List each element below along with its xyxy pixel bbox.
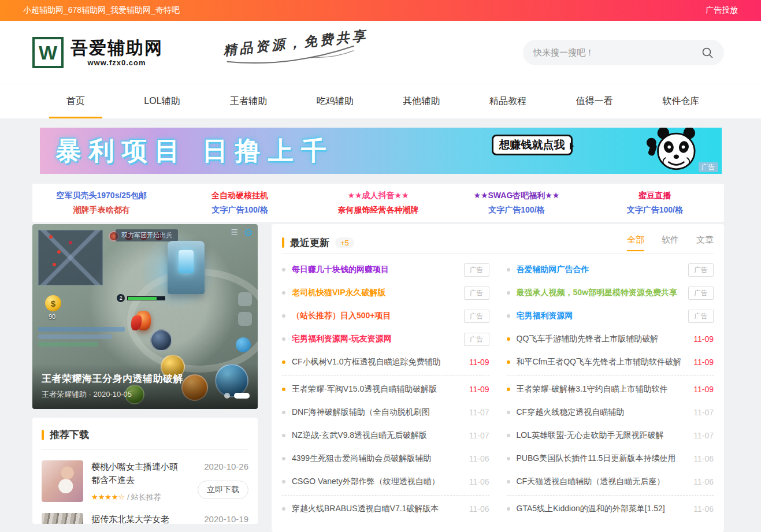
nav-item-3[interactable]: 吃鸡辅助 [292,84,378,118]
updates-tabs: 全部软件文章 [627,235,714,251]
update-post-item[interactable]: CF小枫树V1.0方框透视自瞄追踪免费辅助11-09 [282,351,489,374]
bullet-icon [507,337,510,341]
update-item-date: 11-09 [693,334,714,344]
nav-item-5[interactable]: 精品教程 [465,84,551,118]
ad-badge: 广告 [688,263,714,277]
update-ad-item[interactable]: 吾爱辅助网广告合作广告 [507,258,714,281]
dashed-divider [507,375,714,376]
update-ad-item[interactable]: 每日赚几十块钱的网赚项目广告 [282,258,489,281]
update-post-item[interactable]: LOL英雄联盟-无心走砍助手无限视距破解11-07 [507,424,714,447]
nav-item-6[interactable]: 值得一看 [551,84,638,118]
update-post-item[interactable]: 王者荣耀-破解椿3.1守约自瞄上市辅助软件11-09 [507,378,714,401]
gold-amount: 90 [49,313,55,320]
ad-badge: 广告 [688,310,714,323]
text-ad-column-4: 蜜豆直播文字广告100/格 [586,188,724,217]
banner-speech-bubble: 想赚钱就点我 [492,135,573,155]
tab-2[interactable]: 文章 [696,235,714,251]
text-ad-column-3: ★★SWAG杏吧福利★★文字广告100/格 [447,188,585,217]
carousel-slide[interactable]: 双方军团开始出兵 2 $ 90 ⚙ ☰ 王者荣耀海王分身内透辅助破解 王者荣耀辅… [32,224,258,409]
game-wave-level: 2 [117,294,125,302]
search-box[interactable] [523,40,724,65]
update-item-date: 11-09 [693,385,714,394]
bullet-icon [282,480,285,483]
update-item-date: 11-06 [693,477,714,486]
topbar-friend-links[interactable]: 小超辅助网_678辅助网_我爱辅助网_奇特吧 [23,5,180,16]
update-post-item[interactable]: CSGO Vanety外部作弊（纹理透视自瞄）11-06 [282,470,489,493]
main-nav-inner: 首页LOL辅助王者辅助吃鸡辅助其他辅助精品教程值得一看软件仓库 [32,84,724,118]
update-item-title: CSGO Vanety外部作弊（纹理透视自瞄） [292,477,463,487]
header: W 吾爱辅助网 www.fzx0.com 精品资源，免费共享 [0,21,761,84]
text-ad-link[interactable]: 潮牌手表啥都有 [32,203,170,217]
recall-button-icon [238,312,252,326]
nav-item-1[interactable]: LOL辅助 [119,84,206,118]
update-post-item[interactable]: QQ飞车手游辅助先锋者上市版辅助破解11-09 [507,328,714,351]
chat-bubble-icon [236,337,251,352]
nav-item-7[interactable]: 软件仓库 [637,84,724,118]
dashed-divider [282,375,489,376]
bullet-icon [507,434,510,437]
tab-0[interactable]: 全部 [627,235,644,251]
game-hp-bar [127,296,165,300]
update-item-title: 宅男福利资源网-玩友资源网 [292,334,458,344]
update-ad-item[interactable]: 宅男福利资源网广告 [507,304,714,328]
carousel-dot[interactable] [224,393,230,399]
update-post-item[interactable]: 4399生死狙击爱尚辅助会员破解版辅助11-06 [282,447,489,470]
text-ad-link[interactable]: 蜜豆直播 [586,188,724,203]
bullet-icon [282,507,285,511]
text-ad-link[interactable]: 全自动硬核挂机 [170,188,309,203]
text-ad-link[interactable]: 文字广告100/格 [170,203,309,217]
download-item-1[interactable]: 据传东北某大学女老师，白天教学晚上直播，不雅视频...2020-10-19立即下… [42,513,248,524]
topbar: 小超辅助网_678辅助网_我爱辅助网_奇特吧 广告投放 [0,0,761,21]
update-ad-item[interactable]: （站长推荐）日入500+项目广告 [282,304,489,328]
update-item-date: 11-07 [693,431,714,440]
bullet-icon [507,360,510,364]
update-item-date: 11-06 [693,504,714,514]
text-ad-link[interactable]: 奈何服饰经营各种潮牌 [309,203,447,217]
download-item-title: 据传东北某大学女老师，白天教学晚上直播，不雅视频... [91,513,185,524]
search-icon[interactable] [701,46,714,59]
carousel-title[interactable]: 王者荣耀海王分身内透辅助破解 [42,372,248,385]
banner-headline: 暴利项目 日撸上千 [56,134,334,168]
download-now-button[interactable]: 立即下载 [198,481,248,499]
update-item-title: 最强承人视频，50w部明星模特资源免费共享 [517,288,682,298]
main-content: 双方军团开始出兵 2 $ 90 ⚙ ☰ 王者荣耀海王分身内透辅助破解 王者荣耀辅… [32,224,724,532]
carousel-meta: 王者荣耀辅助 · 2020-10-05 [42,389,248,400]
update-post-item[interactable]: NZ逆战-玄武V9.8透视自瞄无后破解版11-07 [282,424,489,447]
text-ad-link[interactable]: ★★SWAG杏吧福利★★ [447,188,585,203]
nav-item-0[interactable]: 首页 [32,84,119,118]
ad-placement-link[interactable]: 广告投放 [706,5,738,16]
banner-ad[interactable]: 暴利项目 日撸上千 想赚钱就点我 广告 [40,128,722,174]
carousel-dot-active[interactable] [234,393,250,399]
update-ad-item[interactable]: 老司机快猫VIP永久破解版广告 [282,281,489,304]
text-ad-link[interactable]: 文字广告100/格 [586,203,724,217]
carousel-dots [224,393,250,399]
update-post-item[interactable]: 穿越火线BRABUS透视自瞄V7.1破解版本11-06 [282,497,489,520]
text-ad-link[interactable]: ★★成人抖音★★ [309,188,447,203]
tab-1[interactable]: 软件 [662,235,679,251]
update-post-item[interactable]: DNF海神破解版辅助（全自动脱机刷图11-07 [282,401,489,424]
update-post-item[interactable]: 和平Cfm王者QQ飞车先锋者上市辅助软件破解11-09 [507,351,714,374]
settings-gear-icon: ⚙ [244,226,253,239]
section-accent-bar [282,237,284,248]
update-post-item[interactable]: 王者荣耀-军阀V15.0透视自瞄辅助破解版11-09 [282,378,489,401]
nav-item-2[interactable]: 王者辅助 [205,84,292,118]
text-ad-link[interactable]: 文字广告100/格 [447,203,585,217]
nav-item-4[interactable]: 其他辅助 [378,84,465,118]
update-post-item[interactable]: GTA5线上Kiddion的温和的外部菜单[1.52]11-06 [507,497,714,520]
download-thumbnail [42,460,83,502]
update-ad-item[interactable]: 最强承人视频，50w部明星模特资源免费共享广告 [507,281,714,304]
update-post-item[interactable]: PUBG美国队长插件11.5日更新版本持续使用11-06 [507,447,714,470]
update-ad-item[interactable]: 宅男福利资源网-玩友资源网广告 [282,328,489,351]
menu-icon: ☰ [231,228,238,237]
site-logo[interactable]: W 吾爱辅助网 www.fzx0.com [32,37,163,68]
update-post-item[interactable]: CF天猫透视自瞄辅助（透视自瞄无后座）11-06 [507,470,714,493]
search-input[interactable] [533,47,701,57]
recommend-downloads-card: 推荐下载 樱桃小嘴女主播連小頭都含不進去★★★★☆ / 站长推荐2020-10-… [32,418,258,524]
update-item-title: PUBG美国队长插件11.5日更新版本持续使用 [517,453,688,464]
download-item-0[interactable]: 樱桃小嘴女主播連小頭都含不進去★★★★☆ / 站长推荐2020-10-26立即下… [42,460,248,503]
update-post-item[interactable]: CF穿越火线稳定透视自瞄辅助11-07 [507,401,714,424]
bullet-icon [282,337,285,341]
updates-column-right: 吾爱辅助网广告合作广告最强承人视频，50w部明星模特资源免费共享广告宅男福利资源… [507,258,714,520]
text-ad-link[interactable]: 空军贝壳头1970s/25包邮 [32,188,170,203]
bullet-icon [282,388,285,391]
